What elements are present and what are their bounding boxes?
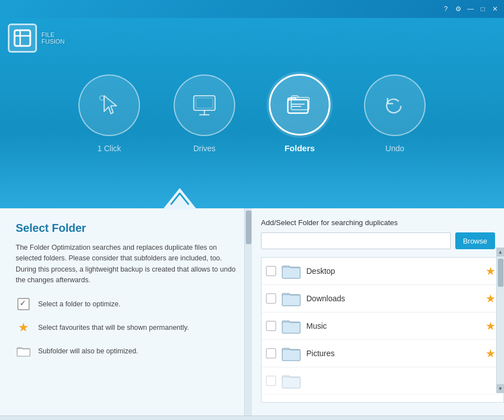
nav-label-one-click: 1 Click	[97, 144, 121, 153]
logo-area: FILE FUSION	[8, 24, 65, 53]
left-panel: Select Folder The Folder Optimization se…	[0, 208, 252, 416]
scroll-up-button[interactable]: ▲	[497, 248, 504, 256]
folder-icon-music	[282, 318, 301, 334]
help-button[interactable]: ?	[441, 4, 450, 13]
folder-checkbox-pictures[interactable]	[266, 348, 276, 358]
legend-text-select: Select a folder to optimize.	[38, 300, 120, 308]
nav-label-drives: Drives	[193, 144, 216, 153]
svg-rect-16	[282, 322, 300, 333]
folder-checkbox-downloads[interactable]	[266, 293, 276, 304]
folder-checkbox-desktop[interactable]	[266, 266, 276, 276]
svg-rect-13	[17, 348, 30, 356]
undo-icon	[380, 90, 410, 120]
legend-item-favourite: ★ Select favourites that will be shown p…	[16, 320, 236, 335]
folder-svg-pictures	[282, 346, 301, 361]
folder-checkbox-partial	[266, 376, 276, 386]
logo-line2: FUSION	[41, 38, 65, 45]
folder-icon-downloads	[282, 291, 301, 306]
scroll-track	[497, 256, 504, 384]
svg-rect-15	[282, 295, 300, 306]
cursor-icon	[94, 90, 124, 120]
bottom-bar: Expert Settings > Next >	[0, 416, 504, 420]
maximize-button[interactable]: □	[478, 4, 487, 13]
folder-icon-partial	[282, 373, 301, 389]
chevron-up-icon	[160, 186, 200, 209]
monitor-icon	[189, 90, 220, 120]
nav-circle-undo[interactable]	[364, 74, 426, 136]
folder-item-music[interactable]: Music ★	[262, 312, 503, 340]
header: FILE FUSION 1 Click	[0, 18, 504, 208]
checkbox-legend-icon	[16, 296, 31, 312]
logo-icon	[8, 24, 37, 53]
folders-icon	[284, 90, 315, 120]
scroll-down-button[interactable]: ▼	[497, 384, 504, 393]
folder-list: Desktop ★ Downloads ★	[261, 257, 504, 403]
nav-circle-folders[interactable]	[269, 74, 330, 136]
folder-item-pictures[interactable]: Pictures ★	[262, 340, 503, 367]
nav-circle-one-click[interactable]	[78, 74, 140, 136]
close-button[interactable]: ✕	[491, 4, 500, 13]
folder-checkbox-music[interactable]	[266, 321, 276, 331]
main-content: Select Folder The Folder Optimization se…	[0, 208, 504, 416]
nav-item-one-click[interactable]: 1 Click	[78, 74, 140, 153]
folder-icon-desktop	[282, 263, 301, 279]
nav-label-folders: Folders	[284, 143, 315, 153]
folder-name-downloads: Downloads	[306, 294, 480, 303]
star-legend-icon: ★	[16, 320, 31, 335]
folder-star-pictures[interactable]: ★	[486, 347, 496, 360]
logo-svg	[12, 28, 32, 48]
nav-label-undo: Undo	[385, 144, 404, 153]
checkbox-checked-icon	[17, 298, 30, 310]
folder-item-downloads[interactable]: Downloads ★	[262, 285, 503, 312]
svg-rect-17	[282, 349, 300, 361]
right-panel-title: Add/Select Folder for searching duplicat…	[261, 218, 504, 227]
folder-star-music[interactable]: ★	[486, 319, 496, 333]
legend-text-subfolder: Subfolder will also be optimized.	[38, 347, 138, 355]
folder-name-desktop: Desktop	[306, 267, 480, 276]
folder-item-partial	[262, 367, 503, 395]
logo-text: FILE FUSION	[41, 31, 65, 45]
nav-item-undo[interactable]: Undo	[364, 74, 426, 153]
legend-item-subfolder: Subfolder will also be optimized.	[16, 343, 236, 359]
folder-small-svg	[16, 345, 31, 357]
folder-svg-music	[282, 318, 301, 334]
svg-rect-0	[15, 30, 30, 46]
right-scrollbar[interactable]: ▲ ▼	[496, 248, 504, 393]
folder-svg-partial	[282, 373, 301, 389]
svg-rect-7	[196, 98, 213, 108]
folder-star-desktop[interactable]: ★	[486, 264, 496, 278]
scroll-thumb	[498, 259, 503, 287]
left-scroll-thumb	[246, 211, 251, 244]
folder-svg-downloads	[282, 291, 301, 306]
nav-item-drives[interactable]: Drives	[174, 74, 235, 153]
legend-text-favourite: Select favourites that will be shown per…	[38, 324, 189, 332]
title-bar: ? ⚙ — □ ✕	[0, 0, 504, 18]
nav-circle-drives[interactable]	[174, 74, 235, 136]
folder-search-input[interactable]	[261, 232, 451, 249]
title-bar-controls: ? ⚙ — □ ✕	[441, 4, 500, 13]
folder-item-desktop[interactable]: Desktop ★	[262, 258, 503, 285]
select-folder-title: Select Folder	[16, 222, 236, 235]
folder-svg-desktop	[282, 263, 301, 279]
browse-button[interactable]: Browse	[455, 232, 495, 249]
folder-name-pictures: Pictures	[306, 349, 480, 358]
left-scrollbar[interactable]	[244, 208, 252, 416]
folder-star-downloads[interactable]: ★	[486, 292, 496, 305]
nav-circles: 1 Click Drives	[78, 74, 426, 153]
legend-item-select: Select a folder to optimize.	[16, 296, 236, 312]
folder-name-music: Music	[306, 321, 480, 330]
folder-legend-icon	[16, 343, 31, 359]
svg-rect-14	[282, 267, 300, 278]
minimize-button[interactable]: —	[466, 4, 475, 13]
svg-marker-12	[162, 188, 197, 209]
svg-point-3	[100, 96, 104, 100]
search-row: Browse	[261, 232, 504, 249]
right-panel: Add/Select Folder for searching duplicat…	[252, 208, 504, 416]
logo-line1: FILE	[41, 31, 65, 38]
select-folder-description: The Folder Optimization searches and rep…	[16, 242, 236, 286]
settings-button[interactable]: ⚙	[454, 4, 463, 13]
nav-item-folders[interactable]: Folders	[269, 74, 330, 153]
folder-icon-pictures	[282, 346, 301, 361]
svg-rect-18	[282, 377, 300, 388]
